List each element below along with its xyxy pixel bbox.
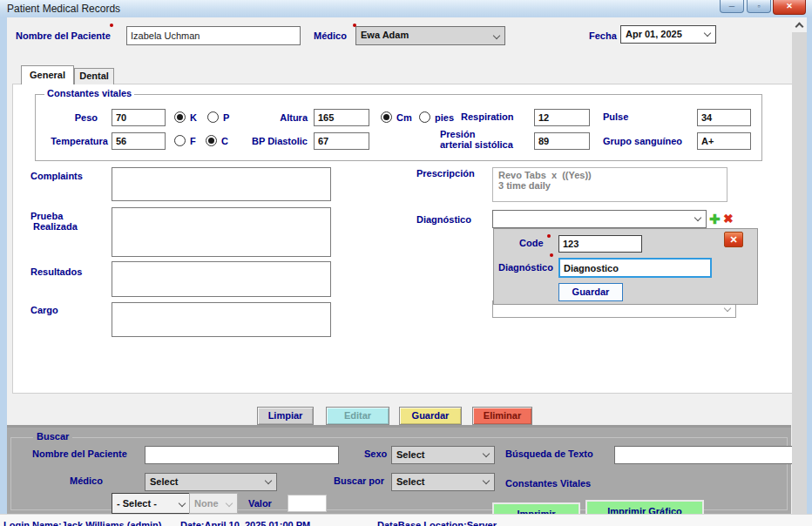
f-label: F: [190, 136, 196, 146]
resultados-label: Resultados: [30, 266, 82, 277]
search-text-input[interactable]: [614, 446, 792, 464]
search-medico-label: Médico: [70, 475, 103, 486]
grupo-sanguineo-input[interactable]: [697, 132, 751, 150]
add-diagnosis-icon[interactable]: ✚: [709, 212, 721, 226]
close-icon: ✕: [786, 2, 793, 10]
chevron-down-icon: [179, 500, 186, 507]
search-sexo-select[interactable]: Select: [391, 446, 495, 464]
altura-input[interactable]: [314, 109, 369, 126]
prescripcion-label: Prescripción: [416, 168, 475, 179]
chevron-down-icon: [483, 450, 490, 457]
medico-select[interactable]: Ewa Adam: [355, 26, 505, 45]
close-icon: ✕: [729, 234, 737, 245]
window-title: Patient Medical Records: [7, 3, 120, 15]
vitals-group: Constantes vitales: [35, 94, 762, 161]
peso-input[interactable]: [112, 109, 166, 126]
close-button[interactable]: ✕: [773, 0, 806, 15]
vertical-scrollbar[interactable]: [792, 17, 807, 514]
minimize-button[interactable]: ─: [720, 0, 744, 13]
search-panel: Buscar Nombre del Paciente Sexo Select B…: [7, 425, 791, 514]
title-bar: Patient Medical Records: [0, 0, 812, 17]
temp-unit-f-radio[interactable]: [174, 135, 186, 146]
fecha-label: Fecha: [589, 30, 617, 41]
valor-label: Valor: [248, 498, 272, 509]
altura-label: Altura: [248, 112, 308, 123]
popup-diagnostico-input[interactable]: [558, 258, 712, 278]
search-legend: Buscar: [33, 431, 72, 442]
altura-unit-cm-radio[interactable]: [381, 111, 392, 123]
editar-button[interactable]: Editar: [326, 407, 389, 425]
chevron-down-icon: [704, 30, 711, 37]
tab-dental[interactable]: Dental: [74, 68, 114, 84]
required-marker: [547, 234, 551, 238]
pies-label: pies: [435, 112, 454, 123]
peso-unit-p-radio[interactable]: [207, 111, 219, 123]
cm-label: Cm: [396, 112, 412, 123]
grupo-sanguineo-label: Grupo sanguíneo: [603, 136, 682, 146]
delete-diagnosis-icon[interactable]: ✖: [723, 212, 734, 226]
unit-select[interactable]: None: [189, 493, 238, 514]
vital-sign-select[interactable]: - Select -: [112, 493, 191, 514]
temp-unit-c-radio[interactable]: [206, 135, 217, 146]
chevron-down-icon: [724, 305, 731, 312]
resultados-textarea[interactable]: [112, 261, 331, 297]
constantes-vitales-label: Constantes Vitales: [505, 478, 591, 489]
respiration-label: Respiration: [461, 111, 514, 122]
popup-diagnostico-label: Diagnóstico: [498, 262, 553, 273]
search-medico-select[interactable]: Select: [145, 473, 277, 491]
imprimir-grafico-button[interactable]: Imprimir Gráfico: [585, 500, 704, 514]
search-patient-name-label: Nombre del Paciente: [32, 448, 127, 459]
limpiar-button[interactable]: Limpiar: [257, 407, 314, 425]
fecha-date-picker[interactable]: Apr 01, 2025: [620, 25, 716, 44]
medico-label: Médico: [314, 30, 347, 41]
minimize-icon: ─: [729, 2, 734, 10]
search-patient-name-input[interactable]: [145, 446, 339, 464]
altura-unit-pies-radio[interactable]: [419, 111, 430, 123]
popup-guardar-button[interactable]: Guardar: [558, 283, 623, 301]
status-database-location: DataBase Location:Server: [377, 520, 497, 526]
code-input[interactable]: [558, 235, 642, 253]
form-area: Nombre del Paciente Médico Ewa Adam Fech…: [7, 17, 792, 514]
bp-diastolic-input[interactable]: [314, 132, 369, 150]
chevron-down-icon: [483, 477, 490, 484]
presion-sistolica-input[interactable]: [534, 132, 590, 150]
prescripcion-textarea[interactable]: Revo Tabs x ((Yes)) 3 time daily: [492, 167, 727, 202]
guardar-button[interactable]: Guardar: [399, 407, 462, 425]
peso-unit-k-radio[interactable]: [174, 111, 186, 123]
status-date: Date:April 10, 2025 01:00 PM: [180, 520, 310, 526]
popup-close-button[interactable]: ✕: [724, 232, 743, 247]
search-sexo-label: Sexo: [364, 448, 387, 459]
peso-label: Peso: [42, 112, 98, 123]
diagnostico-label: Diagnóstico: [416, 214, 471, 225]
patient-name-input[interactable]: [126, 26, 301, 45]
scroll-up-icon: [795, 23, 804, 31]
diagnostico-select[interactable]: [492, 210, 707, 228]
pulse-input[interactable]: [697, 109, 751, 126]
prueba-realizada-textarea[interactable]: [112, 207, 331, 257]
valor-input[interactable]: [288, 495, 327, 512]
complaints-label: Complaints: [30, 171, 83, 181]
chevron-down-icon: [226, 500, 233, 507]
patient-medical-records-window: { "window": { "title": "Patient Medical …: [0, 0, 812, 526]
complaints-textarea[interactable]: [112, 167, 331, 201]
bp-diastolic-label: BP Diastolic: [242, 136, 308, 146]
cargo-label: Cargo: [30, 305, 58, 315]
temperatura-label: Temperatura: [37, 136, 108, 146]
status-bar: Login Name:Jack Williams (admin) Date:Ap…: [0, 514, 812, 526]
temperatura-input[interactable]: [112, 132, 166, 150]
k-label: K: [190, 112, 197, 123]
code-label: Code: [519, 238, 544, 248]
respiration-input[interactable]: [534, 109, 590, 126]
cargo-textarea[interactable]: [112, 302, 331, 337]
eliminar-button[interactable]: Eliminar: [472, 407, 532, 425]
chevron-down-icon: [265, 477, 272, 484]
maximize-button[interactable]: ▫: [747, 0, 771, 13]
imprimir-button[interactable]: Imprimir: [492, 502, 580, 514]
chevron-down-icon: [493, 32, 500, 39]
scroll-up-button[interactable]: [792, 17, 807, 32]
tab-general[interactable]: General: [21, 65, 74, 84]
p-label: P: [223, 112, 229, 123]
required-marker: [110, 24, 113, 27]
buscar-por-select[interactable]: Select: [391, 473, 495, 491]
buscar-por-label: Buscar por: [334, 475, 384, 486]
